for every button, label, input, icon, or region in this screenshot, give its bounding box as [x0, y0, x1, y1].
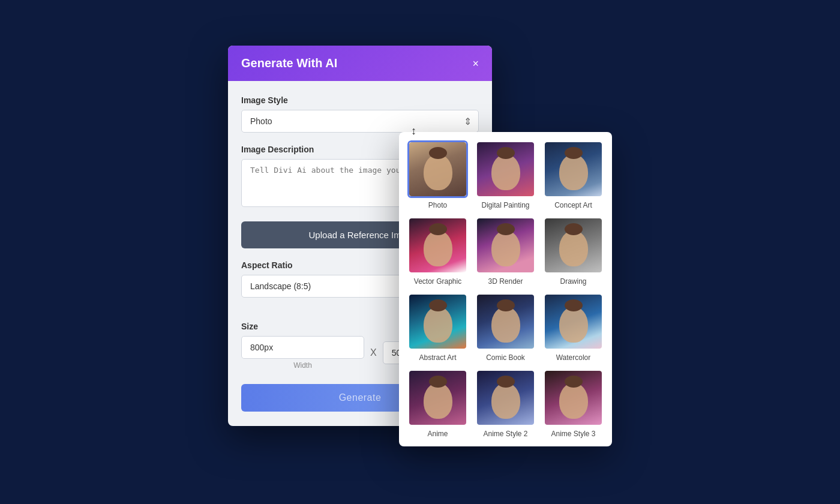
style-thumb-wrap-photo: [407, 140, 468, 198]
style-thumb-drawing: [545, 218, 602, 272]
style-thumb-wrap-3d-render: [475, 217, 536, 274]
style-thumb-anime2: [477, 371, 534, 425]
style-item-watercolor[interactable]: Watercolor: [543, 293, 604, 362]
style-thumb-vector-graphic: [409, 218, 466, 272]
style-thumb-wrap-concept-art: [543, 140, 604, 198]
style-name-abstract-art: Abstract Art: [419, 353, 456, 362]
style-thumb-anime1: [409, 371, 466, 425]
style-thumb-comic-book: [477, 295, 534, 349]
style-name-anime3: Anime Style 3: [551, 430, 595, 438]
style-item-anime1[interactable]: Anime: [407, 369, 468, 438]
close-button[interactable]: ×: [472, 58, 479, 69]
style-thumb-concept-art: [545, 142, 602, 196]
style-thumb-wrap-drawing: [543, 217, 604, 274]
style-thumb-digital-painting: [477, 142, 534, 196]
style-name-digital-painting: Digital Painting: [481, 201, 529, 209]
style-thumb-wrap-abstract-art: [407, 293, 468, 350]
style-name-watercolor: Watercolor: [556, 353, 591, 362]
style-item-anime2[interactable]: Anime Style 2: [475, 369, 536, 438]
style-thumb-abstract-art: [409, 295, 466, 349]
style-name-drawing: Drawing: [560, 277, 586, 286]
style-item-drawing[interactable]: Drawing: [543, 217, 604, 286]
style-item-vector-graphic[interactable]: Vector Graphic: [407, 217, 468, 286]
style-item-concept-art[interactable]: Concept Art: [543, 140, 604, 209]
style-thumb-wrap-vector-graphic: [407, 217, 468, 274]
style-thumb-anime3: [545, 371, 602, 425]
style-item-3d-render[interactable]: 3D Render: [475, 217, 536, 286]
style-thumb-wrap-watercolor: [543, 293, 604, 350]
style-item-digital-painting[interactable]: Digital Painting: [475, 140, 536, 209]
style-name-concept-art: Concept Art: [554, 201, 592, 209]
style-name-anime1: Anime: [427, 430, 448, 438]
style-picker-dropdown: PhotoDigital PaintingConcept ArtVector G…: [399, 132, 612, 446]
style-item-abstract-art[interactable]: Abstract Art: [407, 293, 468, 362]
style-thumb-3d-render: [477, 218, 534, 272]
style-thumb-wrap-digital-painting: [475, 140, 536, 198]
style-item-photo[interactable]: Photo: [407, 140, 468, 209]
style-name-3d-render: 3D Render: [488, 277, 523, 286]
style-name-photo: Photo: [428, 201, 447, 209]
style-grid: PhotoDigital PaintingConcept ArtVector G…: [407, 140, 604, 438]
width-label: Width: [241, 361, 364, 370]
style-item-anime3[interactable]: Anime Style 3: [543, 369, 604, 438]
style-thumb-wrap-comic-book: [475, 293, 536, 350]
style-name-anime2: Anime Style 2: [483, 430, 527, 438]
style-name-vector-graphic: Vector Graphic: [414, 277, 461, 286]
style-item-comic-book[interactable]: Comic Book: [475, 293, 536, 362]
image-style-label: Image Style: [241, 95, 479, 105]
size-x-icon: X: [370, 347, 377, 358]
width-input[interactable]: [241, 336, 364, 359]
style-thumb-wrap-anime1: [407, 369, 468, 427]
style-thumb-photo: [409, 142, 466, 196]
width-wrapper: Width: [241, 336, 364, 370]
dialog-title: Generate With AI: [241, 56, 337, 70]
style-thumb-wrap-anime2: [475, 369, 536, 427]
dialog-header: Generate With AI ×: [228, 46, 492, 81]
style-name-comic-book: Comic Book: [486, 353, 525, 362]
image-style-select-wrapper: Photo Digital Painting Concept Art Vecto…: [241, 110, 479, 133]
style-thumb-watercolor: [545, 295, 602, 349]
style-thumb-wrap-anime3: [543, 369, 604, 427]
image-style-select[interactable]: Photo Digital Painting Concept Art Vecto…: [241, 110, 479, 133]
